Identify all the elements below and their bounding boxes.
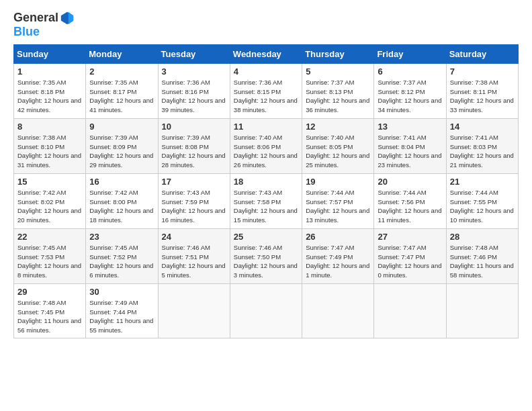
header-cell-saturday: Saturday [446, 44, 518, 63]
day-cell: 2 Sunrise: 7:35 AM Sunset: 8:17 PM Dayli… [86, 63, 158, 118]
day-info: Sunrise: 7:39 AM Sunset: 8:09 PM Dayligh… [89, 133, 154, 170]
day-number: 13 [378, 122, 443, 132]
day-cell: 11 Sunrise: 7:40 AM Sunset: 8:06 PM Dayl… [230, 118, 302, 173]
day-number: 25 [234, 232, 299, 242]
day-cell: 24 Sunrise: 7:46 AM Sunset: 7:51 PM Dayl… [158, 228, 230, 283]
day-cell: 9 Sunrise: 7:39 AM Sunset: 8:09 PM Dayli… [86, 118, 158, 173]
day-number: 19 [306, 177, 371, 187]
day-number: 22 [17, 232, 83, 242]
day-number: 10 [162, 122, 227, 132]
day-info: Sunrise: 7:38 AM Sunset: 8:10 PM Dayligh… [17, 133, 83, 170]
page: General Blue SundayMondayTuesdayWednesda… [0, 0, 532, 345]
day-info: Sunrise: 7:38 AM Sunset: 8:11 PM Dayligh… [450, 78, 515, 115]
day-info: Sunrise: 7:41 AM Sunset: 8:04 PM Dayligh… [378, 133, 443, 170]
day-cell: 5 Sunrise: 7:37 AM Sunset: 8:13 PM Dayli… [302, 63, 374, 118]
day-cell: 3 Sunrise: 7:36 AM Sunset: 8:16 PM Dayli… [158, 63, 230, 118]
day-cell: 26 Sunrise: 7:47 AM Sunset: 7:49 PM Dayl… [302, 228, 374, 283]
day-cell [374, 283, 446, 338]
header-cell-monday: Monday [86, 44, 158, 63]
day-info: Sunrise: 7:42 AM Sunset: 8:00 PM Dayligh… [89, 188, 154, 225]
header-cell-wednesday: Wednesday [230, 44, 302, 63]
day-number: 17 [162, 177, 227, 187]
day-cell: 17 Sunrise: 7:43 AM Sunset: 7:59 PM Dayl… [158, 173, 230, 228]
day-cell: 6 Sunrise: 7:37 AM Sunset: 8:12 PM Dayli… [374, 63, 446, 118]
day-cell: 28 Sunrise: 7:48 AM Sunset: 7:46 PM Dayl… [446, 228, 518, 283]
day-info: Sunrise: 7:48 AM Sunset: 7:46 PM Dayligh… [450, 243, 515, 280]
day-cell: 14 Sunrise: 7:41 AM Sunset: 8:03 PM Dayl… [446, 118, 518, 173]
day-number: 27 [378, 232, 443, 242]
day-number: 23 [89, 232, 154, 242]
day-cell: 21 Sunrise: 7:44 AM Sunset: 7:55 PM Dayl… [446, 173, 518, 228]
day-number: 14 [450, 122, 515, 132]
day-info: Sunrise: 7:36 AM Sunset: 8:16 PM Dayligh… [162, 78, 227, 115]
day-cell: 19 Sunrise: 7:44 AM Sunset: 7:57 PM Dayl… [302, 173, 374, 228]
week-row-4: 22 Sunrise: 7:45 AM Sunset: 7:53 PM Dayl… [14, 228, 519, 283]
day-number: 2 [89, 66, 154, 77]
day-number: 28 [450, 232, 515, 242]
day-info: Sunrise: 7:35 AM Sunset: 8:17 PM Dayligh… [89, 78, 154, 115]
day-cell: 20 Sunrise: 7:44 AM Sunset: 7:56 PM Dayl… [374, 173, 446, 228]
week-row-1: 1 Sunrise: 7:35 AM Sunset: 8:18 PM Dayli… [14, 63, 519, 118]
day-number: 20 [378, 177, 443, 187]
day-info: Sunrise: 7:40 AM Sunset: 8:06 PM Dayligh… [234, 133, 299, 170]
day-info: Sunrise: 7:47 AM Sunset: 7:49 PM Dayligh… [306, 243, 371, 280]
day-info: Sunrise: 7:43 AM Sunset: 7:58 PM Dayligh… [234, 188, 299, 225]
day-cell [158, 283, 230, 338]
day-cell: 30 Sunrise: 7:49 AM Sunset: 7:44 PM Dayl… [86, 283, 158, 338]
week-row-3: 15 Sunrise: 7:42 AM Sunset: 8:02 PM Dayl… [14, 173, 519, 228]
logo-icon [60, 11, 75, 26]
header-cell-friday: Friday [374, 44, 446, 63]
day-number: 7 [450, 66, 515, 77]
day-cell [302, 283, 374, 338]
day-number: 11 [234, 122, 299, 132]
day-number: 29 [17, 287, 83, 297]
day-cell: 10 Sunrise: 7:39 AM Sunset: 8:08 PM Dayl… [158, 118, 230, 173]
header-row: SundayMondayTuesdayWednesdayThursdayFrid… [14, 44, 519, 63]
day-cell: 15 Sunrise: 7:42 AM Sunset: 8:02 PM Dayl… [14, 173, 86, 228]
header-cell-thursday: Thursday [302, 44, 374, 63]
day-cell: 29 Sunrise: 7:48 AM Sunset: 7:45 PM Dayl… [14, 283, 86, 338]
day-info: Sunrise: 7:46 AM Sunset: 7:51 PM Dayligh… [162, 243, 227, 280]
calendar: SundayMondayTuesdayWednesdayThursdayFrid… [13, 44, 519, 338]
day-info: Sunrise: 7:35 AM Sunset: 8:18 PM Dayligh… [17, 78, 83, 115]
day-cell: 18 Sunrise: 7:43 AM Sunset: 7:58 PM Dayl… [230, 173, 302, 228]
day-info: Sunrise: 7:43 AM Sunset: 7:59 PM Dayligh… [162, 188, 227, 225]
day-info: Sunrise: 7:36 AM Sunset: 8:15 PM Dayligh… [234, 78, 299, 115]
day-cell: 8 Sunrise: 7:38 AM Sunset: 8:10 PM Dayli… [14, 118, 86, 173]
week-row-2: 8 Sunrise: 7:38 AM Sunset: 8:10 PM Dayli… [14, 118, 519, 173]
day-number: 1 [17, 66, 83, 77]
day-number: 6 [378, 66, 443, 77]
day-info: Sunrise: 7:37 AM Sunset: 8:13 PM Dayligh… [306, 78, 371, 115]
day-info: Sunrise: 7:47 AM Sunset: 7:47 PM Dayligh… [378, 243, 443, 280]
day-cell [446, 283, 518, 338]
day-cell [230, 283, 302, 338]
day-cell: 27 Sunrise: 7:47 AM Sunset: 7:47 PM Dayl… [374, 228, 446, 283]
day-number: 3 [162, 66, 227, 77]
day-info: Sunrise: 7:42 AM Sunset: 8:02 PM Dayligh… [17, 188, 83, 225]
day-number: 9 [89, 122, 154, 132]
day-cell: 12 Sunrise: 7:40 AM Sunset: 8:05 PM Dayl… [302, 118, 374, 173]
day-info: Sunrise: 7:46 AM Sunset: 7:50 PM Dayligh… [234, 243, 299, 280]
day-info: Sunrise: 7:44 AM Sunset: 7:57 PM Dayligh… [306, 188, 371, 225]
day-number: 8 [17, 122, 83, 132]
day-number: 4 [234, 66, 299, 77]
day-number: 5 [306, 66, 371, 77]
day-cell: 7 Sunrise: 7:38 AM Sunset: 8:11 PM Dayli… [446, 63, 518, 118]
day-number: 26 [306, 232, 371, 242]
logo-text-blue: Blue [13, 25, 40, 38]
header-cell-sunday: Sunday [14, 44, 86, 63]
day-cell: 16 Sunrise: 7:42 AM Sunset: 8:00 PM Dayl… [86, 173, 158, 228]
logo-text-general: General [13, 11, 58, 25]
day-cell: 23 Sunrise: 7:45 AM Sunset: 7:52 PM Dayl… [86, 228, 158, 283]
day-info: Sunrise: 7:48 AM Sunset: 7:45 PM Dayligh… [17, 298, 83, 335]
week-row-5: 29 Sunrise: 7:48 AM Sunset: 7:45 PM Dayl… [14, 283, 519, 338]
day-info: Sunrise: 7:40 AM Sunset: 8:05 PM Dayligh… [306, 133, 371, 170]
day-number: 12 [306, 122, 371, 132]
logo: General Blue [13, 11, 75, 39]
day-info: Sunrise: 7:41 AM Sunset: 8:03 PM Dayligh… [450, 133, 515, 170]
day-info: Sunrise: 7:44 AM Sunset: 7:56 PM Dayligh… [378, 188, 443, 225]
day-info: Sunrise: 7:49 AM Sunset: 7:44 PM Dayligh… [89, 298, 154, 335]
day-number: 21 [450, 177, 515, 187]
day-cell: 13 Sunrise: 7:41 AM Sunset: 8:04 PM Dayl… [374, 118, 446, 173]
header: General Blue [13, 11, 519, 39]
